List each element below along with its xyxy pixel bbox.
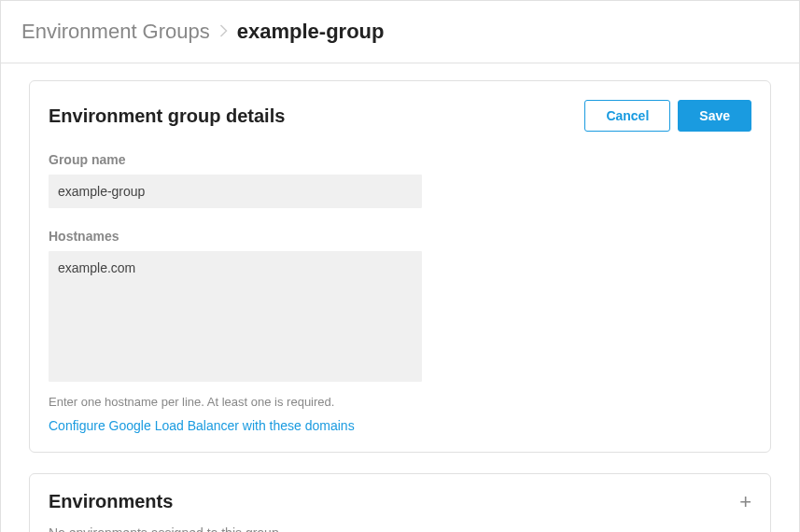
environments-card: Environments + No environments assigned … [29, 473, 771, 532]
chevron-right-icon [219, 22, 228, 42]
breadcrumb-parent-link[interactable]: Environment Groups [21, 20, 210, 44]
hostnames-field: Hostnames example.com Enter one hostname… [49, 229, 751, 433]
cancel-button[interactable]: Cancel [584, 100, 670, 132]
hostnames-input[interactable]: example.com [49, 251, 422, 382]
save-button[interactable]: Save [678, 100, 751, 132]
group-name-label: Group name [49, 152, 751, 167]
group-name-field: Group name [49, 152, 751, 208]
hostnames-label: Hostnames [49, 229, 751, 244]
environments-header: Environments + [49, 491, 751, 512]
breadcrumb: Environment Groups example-group [21, 20, 779, 44]
environments-empty-text: No environments assigned to this group [49, 525, 751, 532]
page-header: Environment Groups example-group [0, 0, 800, 63]
configure-glb-link[interactable]: Configure Google Load Balancer with thes… [49, 418, 751, 433]
details-title: Environment group details [49, 105, 285, 127]
plus-icon: + [739, 490, 751, 513]
details-card: Environment group details Cancel Save Gr… [29, 80, 771, 453]
environments-title: Environments [49, 491, 173, 512]
details-card-header: Environment group details Cancel Save [49, 100, 751, 132]
hostnames-helper: Enter one hostname per line. At least on… [49, 395, 751, 409]
breadcrumb-current: example-group [237, 20, 385, 44]
content-area: Environment group details Cancel Save Gr… [0, 63, 800, 532]
action-buttons: Cancel Save [584, 100, 751, 132]
group-name-input[interactable] [49, 175, 422, 208]
add-environment-button[interactable]: + [739, 492, 751, 512]
